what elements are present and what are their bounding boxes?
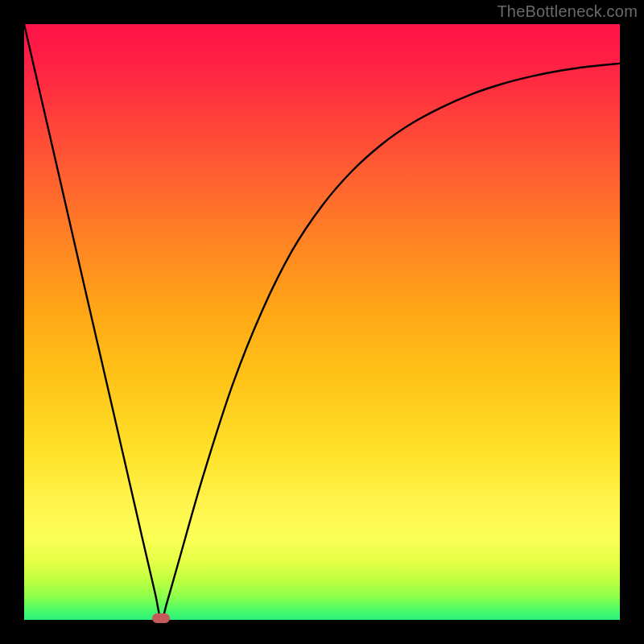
plot-area	[24, 24, 620, 620]
watermark-text: TheBottleneck.com	[497, 2, 638, 21]
minimum-marker	[152, 613, 170, 623]
chart-canvas: TheBottleneck.com	[0, 0, 644, 644]
bottleneck-curve	[24, 24, 620, 620]
curve-svg	[24, 24, 620, 620]
